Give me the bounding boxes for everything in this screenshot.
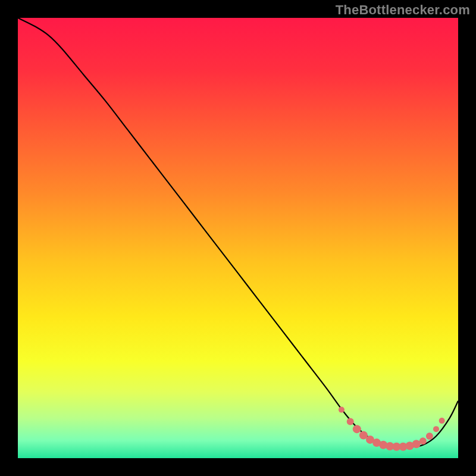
valley-point xyxy=(339,407,345,413)
valley-point xyxy=(419,437,427,444)
bottleneck-chart xyxy=(0,0,476,476)
valley-point xyxy=(412,440,421,448)
valley-point xyxy=(353,425,361,433)
valley-point xyxy=(347,418,354,425)
valley-point xyxy=(439,418,445,424)
valley-point xyxy=(433,426,439,432)
chart-frame: TheBottlenecker.com xyxy=(0,0,476,476)
gradient-background xyxy=(18,18,458,458)
valley-point xyxy=(426,433,433,440)
